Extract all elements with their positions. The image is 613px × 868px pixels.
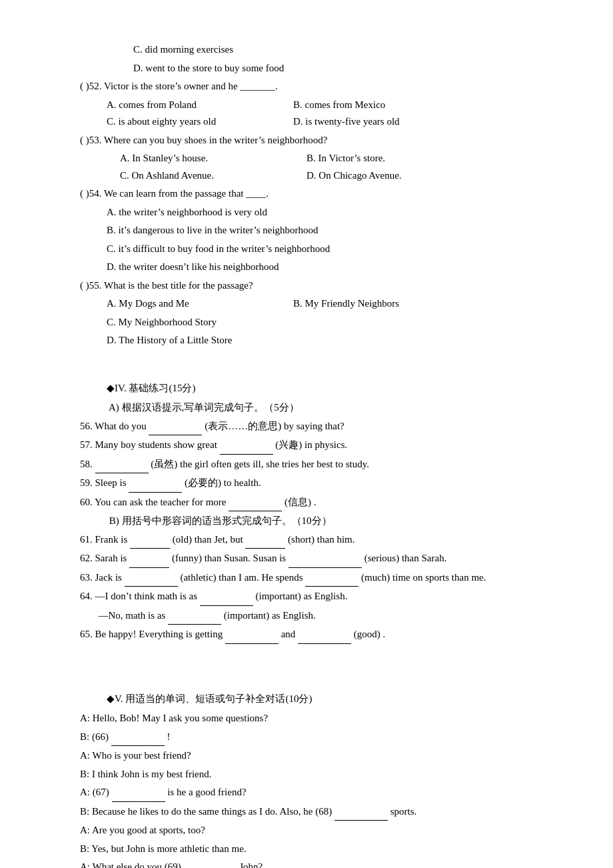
q54-option-d: D. the writer doesn’t like his neighborh…: [80, 259, 560, 276]
blank-69[interactable]: [184, 859, 237, 868]
dialogue-b1: B: (66) !: [80, 729, 560, 747]
q53-option-a: A. In Stanley’s house.: [120, 150, 306, 167]
dialogue-b2: B: I think John is my best friend.: [80, 766, 560, 783]
question-63: 63. Jack is (athletic) than I am. He spe…: [80, 569, 560, 587]
question-52: ( )52. Victor is the store’s owner and h…: [80, 78, 560, 95]
blank-63b[interactable]: [305, 569, 358, 587]
question-62: 62. Sarah is (funny) than Susan. Susan i…: [80, 550, 560, 568]
blank-61a[interactable]: [130, 531, 170, 549]
question-53: ( )53. Where can you buy shoes in the wr…: [80, 132, 560, 149]
question-60: 60. You can ask the teacher for more (信息…: [80, 494, 560, 512]
question-65: 65. Be happy! Everything is getting and …: [80, 626, 560, 644]
q54-option-c: C. it’s difficult to buy food in the wri…: [80, 241, 560, 258]
blank-62a[interactable]: [129, 550, 169, 568]
q54-option-b: B. it’s dangerous to live in the writer’…: [80, 222, 560, 239]
question-58: 58. (虽然) the girl often gets ill, she tr…: [80, 456, 560, 474]
q54-option-a: A. the writer’s neighborhood is very old: [80, 204, 560, 221]
blank-65b[interactable]: [298, 626, 351, 644]
blank-57[interactable]: [220, 437, 273, 455]
section4b-header: B) 用括号中形容词的适当形式完成句子。（10分）: [80, 513, 560, 530]
q55-option-b: B. My Friendly Neighbors: [293, 295, 560, 313]
blank-65a[interactable]: [225, 626, 279, 644]
q53-option-c: C. On Ashland Avenue.: [120, 167, 306, 185]
q53-option-b: B. In Victor’s store.: [306, 150, 560, 167]
section4a-header: A) 根据汉语提示,写单词完成句子。（5分）: [80, 399, 560, 417]
question-57: 57. Many boy students show great (兴趣) in…: [80, 437, 560, 455]
blank-59[interactable]: [129, 475, 182, 493]
q52-option-a: A. comes from Poland: [107, 97, 293, 114]
question-54: ( )54. We can learn from the passage tha…: [80, 185, 560, 203]
blank-60[interactable]: [229, 494, 282, 512]
q52-option-c: C. did morning exercises: [80, 41, 560, 59]
section4-header: ◆IV. 基础练习(15分): [80, 380, 560, 397]
q53-option-d: D. On Chicago Avenue.: [306, 167, 560, 185]
blank-64a[interactable]: [200, 588, 253, 606]
dialogue-a1: A: Hello, Bob! May I ask you some questi…: [80, 710, 560, 727]
blank-67[interactable]: [112, 784, 165, 802]
q52-option-d: D. went to the store to buy some food: [80, 60, 560, 77]
question-56: 56. What do you (表示……的意思) by saying that…: [80, 418, 560, 436]
dialogue-a5: A: What else do you (69) John?: [80, 859, 560, 868]
dialogue-a4: A: Are you good at sports, too?: [80, 822, 560, 839]
q55-option-c: C. My Neighborhood Story: [80, 314, 560, 331]
blank-63a[interactable]: [125, 569, 178, 587]
question-64-2: —No, math is as (important) as English.: [80, 607, 560, 625]
question-55: ( )55. What is the best title for the pa…: [80, 277, 560, 295]
q52-option-d: D. is twenty-five years old: [293, 113, 560, 131]
blank-62b[interactable]: [289, 550, 362, 568]
dialogue-b3: B: Because he likes to do the same thing…: [80, 803, 560, 821]
section5-header: ◆V. 用适当的单词、短语或句子补全对话(10分): [80, 691, 560, 708]
blank-64b[interactable]: [168, 607, 221, 625]
q55-option-d: D. The History of a Little Store: [80, 332, 560, 349]
blank-58[interactable]: [95, 456, 149, 474]
dialogue-b4: B: Yes, but John is more athletic than m…: [80, 841, 560, 858]
question-61: 61. Frank is (old) than Jet, but (short)…: [80, 531, 560, 549]
dialogue-a3: A: (67) is he a good friend?: [80, 784, 560, 802]
blank-61b[interactable]: [245, 531, 285, 549]
q55-option-a: A. My Dogs and Me: [107, 295, 293, 313]
question-64-1: 64. —I don’t think math is as (important…: [80, 588, 560, 606]
blank-68[interactable]: [334, 803, 388, 821]
q52-option-b: B. comes from Mexico: [293, 97, 560, 114]
dialogue-a2: A: Who is your best friend?: [80, 747, 560, 765]
blank-66[interactable]: [111, 729, 165, 747]
document-body: C. did morning exercises D. went to the …: [80, 41, 560, 868]
question-59: 59. Sleep is (必要的) to health.: [80, 475, 560, 493]
blank-56[interactable]: [149, 418, 202, 436]
q52-option-c: C. is about eighty years old: [107, 113, 293, 131]
